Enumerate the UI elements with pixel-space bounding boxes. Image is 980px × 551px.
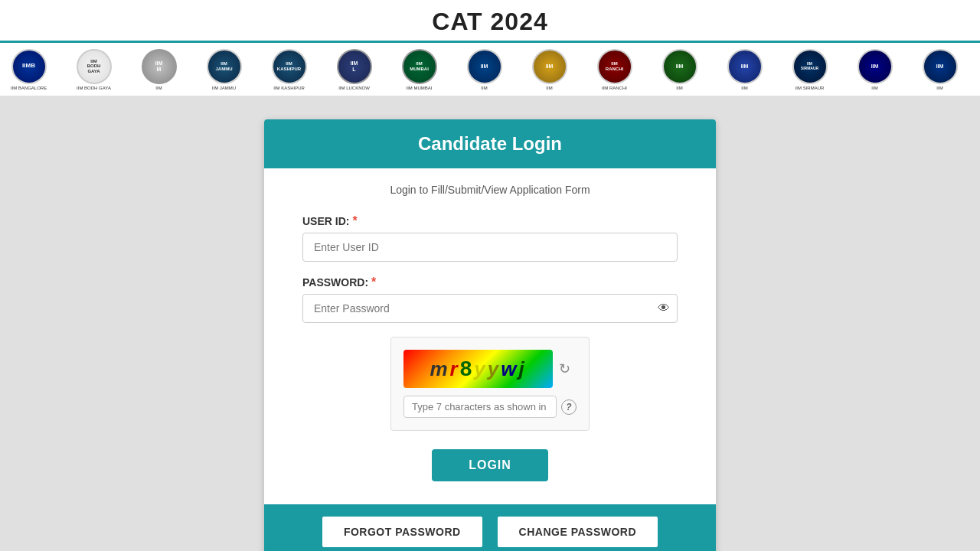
card-footer: FORGOT PASSWORD CHANGE PASSWORD xyxy=(264,504,716,551)
logo-iim-udaipur: IIM IIM xyxy=(521,47,578,92)
logo-strip: IIMB IIM BANGALORE IIMBODHGAYA IIM BODH … xyxy=(0,43,980,96)
logo-iim-visakhapatnam: IIM IIM xyxy=(846,47,903,92)
captcha-help-icon[interactable]: ? xyxy=(561,399,577,415)
password-label: PASSWORD: * xyxy=(302,276,678,289)
password-required: * xyxy=(371,276,376,289)
page-background: Candidate Login Login to Fill/Submit/Vie… xyxy=(0,96,980,551)
captcha-char-m: m xyxy=(430,357,449,381)
logo-iim-last: IIM IIM xyxy=(911,47,969,92)
change-password-button[interactable]: CHANGE PASSWORD xyxy=(498,517,658,547)
captcha-image-row: m r 8 y y w j ↻ xyxy=(403,350,570,388)
top-bar: CAT 2024 xyxy=(0,0,980,43)
captcha-container: m r 8 y y w j ↻ ? xyxy=(390,337,590,431)
logo-iim-generic-2: IIM IIM xyxy=(716,47,773,92)
userid-field-group: USER ID: * xyxy=(302,214,678,262)
password-input[interactable] xyxy=(302,294,678,323)
login-card: Candidate Login Login to Fill/Submit/Vie… xyxy=(264,119,716,551)
captcha-char-w: w xyxy=(501,357,518,381)
card-title: Candidate Login xyxy=(279,133,701,155)
card-header: Candidate Login xyxy=(264,119,716,168)
userid-label: USER ID: * xyxy=(302,214,678,228)
login-button[interactable]: LOGIN xyxy=(432,449,548,481)
password-input-wrapper: 👁 xyxy=(302,294,678,323)
logo-iim-mumbai-2: IIMMUMBAI IIM MUMBAI xyxy=(390,47,448,92)
captcha-char-r: r xyxy=(450,357,460,381)
logo-iim-lucknow: IIML IIM LUCKNOW xyxy=(325,47,383,92)
userid-required: * xyxy=(352,214,357,228)
captcha-char-8: 8 xyxy=(460,357,475,381)
password-field-group: PASSWORD: * 👁 xyxy=(302,276,678,323)
logo-iim-mumbai-1: IIMM IIM xyxy=(130,47,188,92)
captcha-char-j: j xyxy=(518,357,526,381)
captcha-input[interactable] xyxy=(403,396,557,418)
logo-iim-jammu: IIMJAMMU IIM JAMMU xyxy=(195,47,253,92)
captcha-char-y1: y xyxy=(474,357,487,381)
card-body: Login to Fill/Submit/View Application Fo… xyxy=(264,168,716,504)
userid-input-wrapper xyxy=(302,233,678,262)
logo-iim-generic-1: IIM IIM xyxy=(456,47,513,92)
captcha-refresh-icon[interactable]: ↻ xyxy=(559,360,570,377)
captcha-image: m r 8 y y w j xyxy=(403,350,553,388)
logo-bodh-gaya: IIMBODHGAYA IIM BODH GAYA xyxy=(65,47,122,92)
card-subtitle: Login to Fill/Submit/View Application Fo… xyxy=(302,184,678,196)
toggle-password-icon[interactable]: 👁 xyxy=(658,302,670,315)
forgot-password-button[interactable]: FORGOT PASSWORD xyxy=(322,517,482,547)
logo-iim-shillong: IIM IIM xyxy=(651,47,708,92)
logo-iimb: IIMB IIM BANGALORE xyxy=(0,47,57,92)
captcha-char-y2: y xyxy=(488,357,501,381)
page-title: CAT 2024 xyxy=(0,8,980,36)
logo-iim-ranchi: IIMRANCHI IIM RANCHI xyxy=(586,47,643,92)
logo-iim-kashipur: IIMKASHIPUR IIM KASHIPUR xyxy=(260,47,318,92)
logo-iim-sirmaur: IIMSIRMAUR IIM SIRMAUR xyxy=(781,47,838,92)
captcha-input-row: ? xyxy=(403,396,577,418)
userid-input[interactable] xyxy=(302,233,678,262)
